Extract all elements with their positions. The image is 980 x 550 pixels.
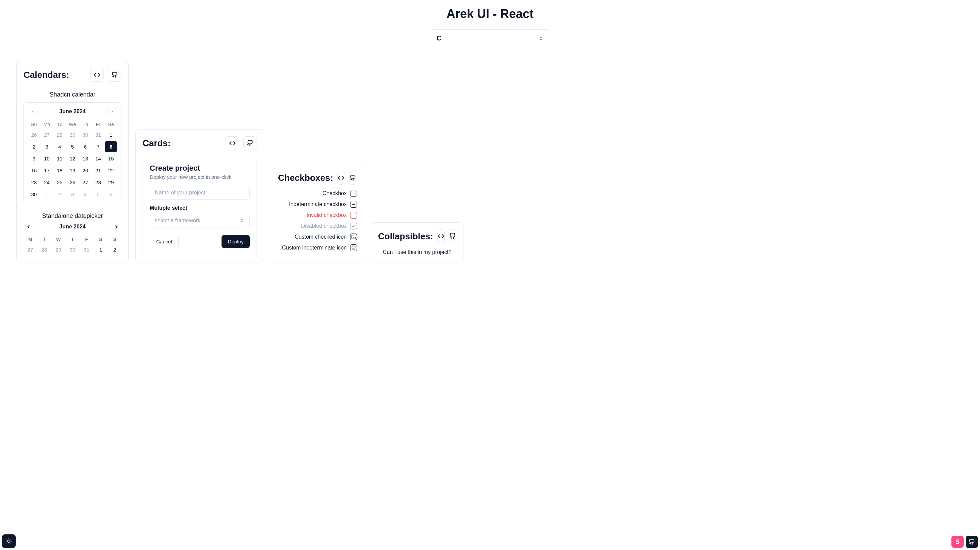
calendar-day[interactable]: 24 <box>41 177 53 188</box>
calendar-day[interactable]: 28 <box>92 177 105 188</box>
calendar-day[interactable]: 12 <box>66 153 79 164</box>
checkbox[interactable] <box>350 233 357 240</box>
calendar-day[interactable]: 28 <box>53 129 66 140</box>
dp-day[interactable]: 31 <box>80 244 93 255</box>
dp-weekday: T <box>66 235 79 244</box>
checkboxes-section: Checkboxes: CheckboxIndeterminate checkb… <box>271 164 364 262</box>
code-button[interactable] <box>90 68 104 82</box>
dp-month: June 2024 <box>59 223 86 230</box>
dp-weekday: S <box>108 235 121 244</box>
chevron-right-icon <box>110 109 115 114</box>
code-icon <box>337 174 344 181</box>
prev-month-button[interactable] <box>28 107 37 116</box>
checkbox-label: Custom checked icon <box>295 234 347 240</box>
calendar-day[interactable]: 3 <box>66 189 79 200</box>
calendar-day[interactable]: 31 <box>92 129 105 140</box>
code-button[interactable] <box>437 230 445 243</box>
github-button[interactable] <box>349 171 357 185</box>
calendar-day[interactable]: 3 <box>41 141 53 152</box>
calendar-day[interactable]: 7 <box>92 141 105 152</box>
github-button[interactable] <box>243 136 257 150</box>
calendar-day[interactable]: 16 <box>28 165 40 176</box>
collapsible-question[interactable]: Can I use this in my project? <box>378 249 456 255</box>
create-project-card: Create project Deploy your new project i… <box>143 157 257 255</box>
calendar-weekday: Mo <box>41 120 53 129</box>
calendar-day[interactable]: 6 <box>79 141 92 152</box>
calendar-day[interactable]: 11 <box>53 153 66 164</box>
framework-select[interactable]: select a framework <box>150 214 250 227</box>
dp-day[interactable]: 28 <box>37 244 51 255</box>
calendar-day[interactable]: 14 <box>92 153 105 164</box>
calendar-day[interactable]: 23 <box>28 177 40 188</box>
calendar-day[interactable]: 8 <box>105 141 117 152</box>
calendar-day[interactable]: 26 <box>66 177 79 188</box>
collapsibles-title: Collapsibles: <box>378 231 433 242</box>
calendar-day[interactable]: 4 <box>53 141 66 152</box>
checkbox-row: Indeterminate checkbox <box>278 201 357 208</box>
calendar-day[interactable]: 26 <box>28 129 40 140</box>
calendar-day[interactable]: 1 <box>41 189 53 200</box>
calendar-month: June 2024 <box>59 108 86 114</box>
calendar-day[interactable]: 27 <box>41 129 53 140</box>
checkbox-label: Indeterminate checkbox <box>289 201 347 208</box>
github-button[interactable] <box>449 230 456 243</box>
dp-next-icon[interactable] <box>113 223 119 230</box>
collapsibles-section: Collapsibles: Can I use this in my proje… <box>371 222 463 262</box>
calendar-day[interactable]: 17 <box>41 165 53 176</box>
calendar-weekday: Th <box>79 120 92 129</box>
standalone-datepicker-label: Standalone datepicker <box>24 212 121 220</box>
calendar-day[interactable]: 27 <box>79 177 92 188</box>
code-icon <box>229 140 236 146</box>
calendar-weekday: We <box>66 120 79 129</box>
calendar-day[interactable]: 2 <box>53 189 66 200</box>
dp-prev-icon[interactable] <box>25 223 32 230</box>
shadcn-calendar-label: Shadcn calendar <box>24 91 121 98</box>
dp-weekday: W <box>52 235 65 244</box>
calendar-day[interactable]: 4 <box>79 189 92 200</box>
calendar-day[interactable]: 18 <box>53 165 66 176</box>
calendar-day[interactable]: 5 <box>92 189 105 200</box>
calendars-title: Calendars: <box>24 70 86 80</box>
calendar-day[interactable]: 13 <box>79 153 92 164</box>
checkbox-row: Checkbox <box>278 190 357 197</box>
dp-day[interactable]: 2 <box>108 244 121 255</box>
next-month-button[interactable] <box>108 107 117 116</box>
calendar-day[interactable]: 15 <box>105 153 117 164</box>
code-button[interactable] <box>226 136 239 150</box>
calendar-day[interactable]: 6 <box>105 189 117 200</box>
checkbox[interactable] <box>350 201 357 208</box>
cancel-button[interactable]: Cancel <box>150 235 179 248</box>
dp-day[interactable]: 1 <box>94 244 107 255</box>
calendar-day[interactable]: 25 <box>53 177 66 188</box>
calendars-section: Calendars: Shadcn calendar June 2024 SuM… <box>16 61 129 262</box>
code-button[interactable] <box>337 171 345 185</box>
code-icon <box>438 233 444 239</box>
checkbox-label: Disabled checkbox <box>301 223 347 229</box>
calendar-day[interactable]: 20 <box>79 165 92 176</box>
dp-day[interactable]: 29 <box>52 244 65 255</box>
calendar-day[interactable]: 9 <box>28 153 40 164</box>
dp-day[interactable]: 30 <box>66 244 79 255</box>
calendar-day[interactable]: 29 <box>105 177 117 188</box>
calendar-day[interactable]: 30 <box>28 189 40 200</box>
calendar-day[interactable]: 19 <box>66 165 79 176</box>
github-button[interactable] <box>108 68 121 82</box>
component-search[interactable]: C <box>431 29 549 47</box>
calendar-day[interactable]: 10 <box>41 153 53 164</box>
checkbox[interactable] <box>350 212 357 219</box>
calendar-day[interactable]: 2 <box>28 141 40 152</box>
calendar-day[interactable]: 1 <box>105 129 117 140</box>
dp-weekday: S <box>94 235 107 244</box>
deploy-button[interactable]: Deploy <box>221 235 250 248</box>
calendar-day[interactable]: 22 <box>105 165 117 176</box>
dp-day[interactable]: 27 <box>24 244 37 255</box>
create-project-subtitle: Deploy your new project in one-click. <box>150 174 250 180</box>
calendar-day[interactable]: 30 <box>79 129 92 140</box>
project-name-input[interactable] <box>150 186 250 200</box>
calendar-day[interactable]: 5 <box>66 141 79 152</box>
checkbox[interactable] <box>350 190 357 197</box>
checkbox[interactable] <box>350 244 357 251</box>
checkbox-row: Invalid checkbox <box>278 212 357 219</box>
calendar-day[interactable]: 29 <box>66 129 79 140</box>
calendar-day[interactable]: 21 <box>92 165 105 176</box>
